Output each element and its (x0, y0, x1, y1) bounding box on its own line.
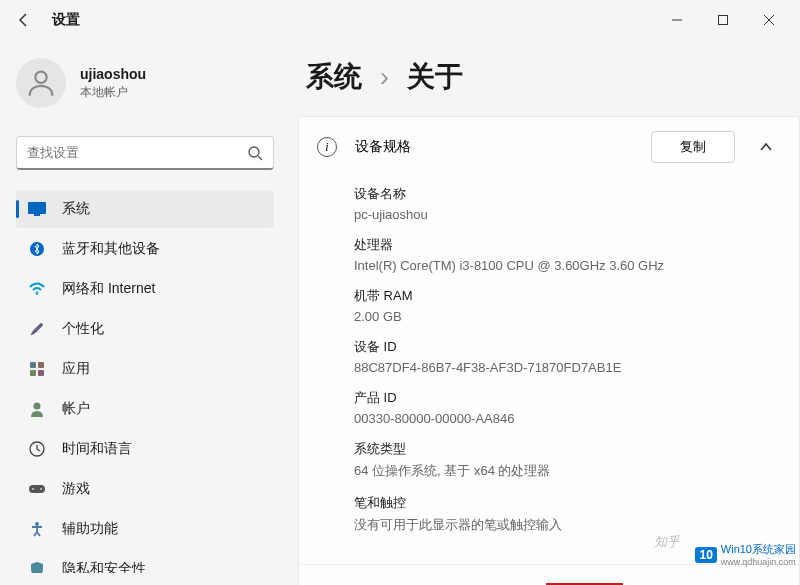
breadcrumb: 系统 › 关于 (298, 58, 800, 96)
sidebar-item-label: 时间和语言 (62, 440, 132, 458)
spec-ram: 机带 RAM 2.00 GB (354, 287, 781, 324)
profile-account-type: 本地帐户 (80, 84, 146, 101)
svg-point-3 (249, 147, 259, 157)
info-icon: i (317, 137, 337, 157)
breadcrumb-parent[interactable]: 系统 (306, 61, 362, 92)
svg-point-18 (35, 522, 39, 526)
watermark-brand: Win10系统家园 (721, 542, 796, 557)
close-icon (763, 14, 775, 26)
apps-icon (28, 360, 46, 378)
specs-list: 设备名称 pc-ujiaoshou 处理器 Intel(R) Core(TM) … (299, 177, 799, 564)
svg-rect-10 (38, 362, 44, 368)
person-icon (24, 66, 58, 100)
svg-rect-15 (29, 485, 45, 493)
arrow-left-icon (16, 12, 32, 28)
avatar (16, 58, 66, 108)
breadcrumb-current: 关于 (407, 61, 463, 92)
shield-icon (28, 560, 46, 573)
sidebar-item-label: 网络和 Internet (62, 280, 155, 298)
sidebar-item-system[interactable]: 系统 (16, 190, 274, 228)
watermark: 10 Win10系统家园 www.qdhuajin.com (695, 542, 796, 567)
watermark-url: www.qdhuajin.com (721, 557, 796, 567)
back-button[interactable] (8, 4, 40, 36)
collapse-button[interactable] (751, 132, 781, 162)
nav-list: 系统 蓝牙和其他设备 网络和 Internet 个性化 应用 帐户 (16, 190, 274, 573)
paintbrush-icon (28, 320, 46, 338)
sidebar-item-apps[interactable]: 应用 (16, 350, 274, 388)
svg-point-16 (32, 488, 34, 490)
sidebar-item-bluetooth[interactable]: 蓝牙和其他设备 (16, 230, 274, 268)
sidebar-item-privacy[interactable]: 隐私和安全性 (16, 550, 274, 573)
sidebar-item-network[interactable]: 网络和 Internet (16, 270, 274, 308)
sidebar-item-label: 系统 (62, 200, 90, 218)
svg-point-8 (36, 293, 38, 295)
minimize-icon (671, 14, 683, 26)
svg-rect-1 (719, 16, 728, 25)
svg-rect-6 (34, 214, 40, 216)
watermark-badge: 10 (695, 547, 716, 563)
maximize-button[interactable] (700, 4, 746, 36)
svg-line-4 (258, 156, 262, 160)
minimize-button[interactable] (654, 4, 700, 36)
display-icon (28, 200, 46, 218)
sidebar-item-label: 个性化 (62, 320, 104, 338)
chevron-up-icon (759, 140, 773, 154)
sidebar-item-personalization[interactable]: 个性化 (16, 310, 274, 348)
svg-rect-11 (30, 370, 36, 376)
sidebar-item-accounts[interactable]: 帐户 (16, 390, 274, 428)
chevron-right-icon: › (380, 61, 389, 92)
svg-rect-9 (30, 362, 36, 368)
svg-point-13 (34, 403, 41, 410)
gamepad-icon (28, 480, 46, 498)
sidebar-item-label: 应用 (62, 360, 90, 378)
svg-rect-12 (38, 370, 44, 376)
profile-name: ujiaoshou (80, 66, 146, 82)
sidebar-item-label: 辅助功能 (62, 520, 118, 538)
wifi-icon (28, 280, 46, 298)
sidebar-item-label: 隐私和安全性 (62, 560, 146, 573)
sidebar-item-label: 游戏 (62, 480, 90, 498)
device-specs-card: i 设备规格 复制 设备名称 pc-ujiaoshou 处理器 Intel(R)… (298, 116, 800, 585)
svg-point-2 (35, 72, 46, 83)
sidebar-item-time-language[interactable]: 时间和语言 (16, 430, 274, 468)
svg-point-17 (40, 488, 42, 490)
window-title: 设置 (52, 11, 80, 29)
search-box[interactable] (16, 136, 274, 170)
sidebar-item-label: 蓝牙和其他设备 (62, 240, 160, 258)
sidebar-item-gaming[interactable]: 游戏 (16, 470, 274, 508)
sidebar-item-accessibility[interactable]: 辅助功能 (16, 510, 274, 548)
accessibility-icon (28, 520, 46, 538)
profile-section[interactable]: ujiaoshou 本地帐户 (16, 52, 274, 114)
spec-processor: 处理器 Intel(R) Core(TM) i3-8100 CPU @ 3.60… (354, 236, 781, 273)
svg-rect-5 (28, 202, 46, 214)
related-links: 相关链接 域或工作组 系统保护 高级系统设 (299, 564, 799, 585)
spec-product-id: 产品 ID 00330-80000-00000-AA846 (354, 389, 781, 426)
spec-device-name: 设备名称 pc-ujiaoshou (354, 185, 781, 222)
spec-device-id: 设备 ID 88C87DF4-86B7-4F38-AF3D-71870FD7AB… (354, 338, 781, 375)
maximize-icon (717, 14, 729, 26)
main-content: 系统 › 关于 i 设备规格 复制 设备名称 pc-ujiaoshou 处理器 (290, 40, 800, 585)
spec-system-type: 系统类型 64 位操作系统, 基于 x64 的处理器 (354, 440, 781, 480)
clock-icon (28, 440, 46, 458)
sidebar: ujiaoshou 本地帐户 系统 蓝牙和其他设备 网络和 Internet (0, 40, 290, 585)
bluetooth-icon (28, 240, 46, 258)
close-button[interactable] (746, 4, 792, 36)
search-icon (247, 145, 263, 161)
watermark-zhihu: 知乎 (654, 533, 680, 551)
search-input[interactable] (27, 145, 247, 160)
sidebar-item-label: 帐户 (62, 400, 90, 418)
spec-pen-touch: 笔和触控 没有可用于此显示器的笔或触控输入 (354, 494, 781, 534)
person-icon (28, 400, 46, 418)
copy-button[interactable]: 复制 (651, 131, 735, 163)
card-title: 设备规格 (355, 138, 651, 156)
